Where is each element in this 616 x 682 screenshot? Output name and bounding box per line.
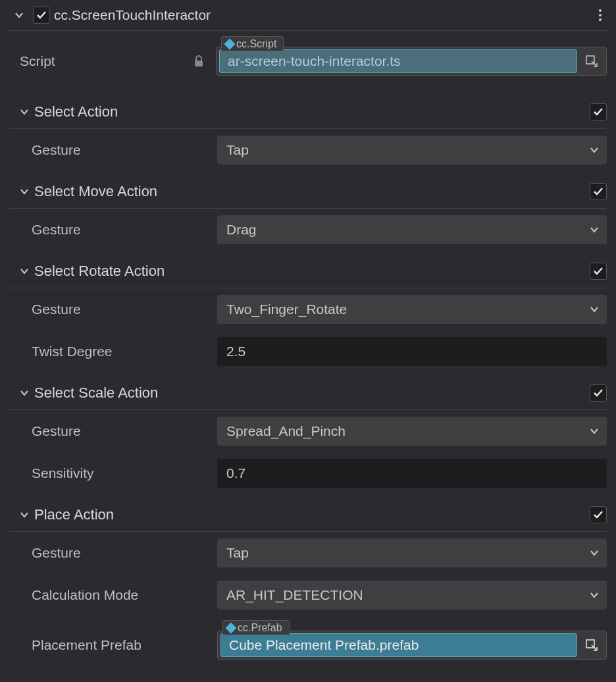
section-title: Select Move Action [34, 183, 590, 200]
dropdown-value: Drag [226, 222, 257, 238]
svg-point-0 [599, 9, 602, 12]
chevron-down-icon [590, 142, 599, 158]
script-type-tag: cc.Script [221, 36, 284, 51]
picker-icon [585, 639, 598, 652]
gesture-label: Gesture [20, 302, 217, 317]
section-title: Select Rotate Action [34, 263, 590, 280]
section-enabled-checkbox[interactable] [590, 183, 607, 200]
section-enabled-checkbox[interactable] [590, 506, 607, 523]
chevron-down-icon [590, 423, 599, 439]
prefab-asset-value: Cube Placement Prefab.prefab [220, 633, 577, 657]
section-select-scale-action-header[interactable]: Select Scale Action [0, 373, 616, 407]
section-title: Select Action [34, 103, 590, 120]
section-enabled-checkbox[interactable] [590, 263, 607, 280]
select-action-gesture-row: Gesture Tap [0, 129, 616, 171]
diamond-icon [226, 622, 237, 633]
place-action-gesture-dropdown[interactable]: Tap [217, 538, 607, 567]
select-rotate-action-gesture-dropdown[interactable]: Two_Finger_Rotate [217, 295, 607, 324]
dropdown-value: Tap [226, 142, 249, 158]
section-title: Place Action [34, 506, 590, 523]
twist-degree-row: Twist Degree 2.5 [0, 330, 616, 373]
script-field-wrapper: cc.Script ar-screen-touch-interactor.ts [216, 47, 607, 76]
check-icon [593, 107, 603, 117]
script-type-label: cc.Script [236, 38, 276, 50]
gesture-label: Gesture [20, 545, 217, 561]
gesture-label: Gesture [20, 423, 217, 439]
component-menu-button[interactable] [592, 7, 608, 23]
component-title: cc.ScreenTouchInteractor [54, 7, 592, 23]
dropdown-value: Tap [226, 545, 249, 561]
component-header: cc.ScreenTouchInteractor [0, 0, 616, 30]
script-asset-value: ar-screen-touch-interactor.ts [219, 49, 577, 73]
placement-prefab-field-wrapper: cc.Prefab Cube Placement Prefab.prefab [217, 631, 607, 660]
collapse-toggle[interactable] [12, 11, 26, 20]
lock-icon [191, 55, 207, 67]
placement-prefab-asset-field[interactable]: Cube Placement Prefab.prefab [217, 631, 607, 660]
dropdown-value: Two_Finger_Rotate [226, 302, 347, 317]
section-enabled-checkbox[interactable] [590, 384, 607, 402]
svg-rect-3 [195, 61, 203, 66]
component-enabled-checkbox[interactable] [33, 7, 50, 24]
check-icon [593, 388, 603, 398]
placement-prefab-row: Placement Prefab cc.Prefab Cube Placemen… [0, 616, 616, 666]
component-panel: cc.ScreenTouchInteractor Script cc.Scrip… [0, 0, 616, 666]
sensitivity-row: Sensitivity 0.7 [0, 452, 616, 494]
twist-degree-input[interactable]: 2.5 [217, 337, 607, 366]
section-select-rotate-action-header[interactable]: Select Rotate Action [0, 251, 616, 285]
check-icon [593, 266, 603, 276]
check-icon [593, 186, 603, 197]
prefab-type-label: cc.Prefab [238, 622, 282, 634]
calculation-mode-dropdown[interactable]: AR_HIT_DETECTION [217, 581, 607, 610]
section-title: Select Scale Action [34, 384, 590, 402]
sensitivity-label: Sensitivity [20, 465, 217, 481]
select-move-action-gesture-dropdown[interactable]: Drag [217, 215, 607, 244]
chevron-down-icon [20, 267, 29, 276]
check-icon [36, 10, 47, 20]
calculation-mode-row: Calculation Mode AR_HIT_DETECTION [0, 574, 616, 616]
chevron-down-icon [20, 187, 29, 196]
script-pick-button[interactable] [580, 49, 603, 73]
place-action-gesture-row: Gesture Tap [0, 532, 616, 574]
prefab-pick-button[interactable] [580, 633, 603, 657]
section-select-move-action-header[interactable]: Select Move Action [0, 171, 616, 205]
chevron-down-icon [14, 11, 24, 20]
chevron-down-icon [20, 107, 29, 117]
placement-prefab-label: Placement Prefab [20, 637, 217, 653]
section-place-action-header[interactable]: Place Action [0, 494, 616, 529]
chevron-down-icon [20, 510, 29, 519]
gesture-label: Gesture [20, 222, 217, 238]
kebab-icon [598, 9, 602, 22]
picker-icon [585, 55, 598, 68]
prefab-type-tag: cc.Prefab [222, 620, 290, 635]
script-row: Script cc.Script ar-screen-touch-interac… [0, 31, 616, 92]
chevron-down-icon [20, 388, 29, 398]
select-rotate-action-gesture-row: Gesture Two_Finger_Rotate [0, 288, 616, 330]
section-select-action-header[interactable]: Select Action [0, 92, 616, 126]
check-icon [593, 510, 603, 520]
svg-point-2 [599, 18, 602, 21]
chevron-down-icon [590, 587, 599, 603]
section-enabled-checkbox[interactable] [590, 103, 607, 120]
chevron-down-icon [590, 302, 599, 317]
input-value: 2.5 [226, 344, 245, 359]
gesture-label: Gesture [20, 142, 217, 158]
calculation-mode-label: Calculation Mode [20, 587, 217, 603]
svg-point-1 [599, 14, 602, 16]
dropdown-value: AR_HIT_DETECTION [226, 587, 363, 603]
select-scale-action-gesture-row: Gesture Spread_And_Pinch [0, 410, 616, 452]
script-label: Script [20, 53, 191, 69]
dropdown-value: Spread_And_Pinch [226, 423, 346, 439]
input-value: 0.7 [226, 465, 245, 481]
select-scale-action-gesture-dropdown[interactable]: Spread_And_Pinch [217, 417, 607, 446]
diamond-icon [224, 38, 236, 49]
twist-degree-label: Twist Degree [20, 344, 217, 359]
chevron-down-icon [590, 222, 599, 238]
select-move-action-gesture-row: Gesture Drag [0, 209, 616, 251]
chevron-down-icon [590, 545, 599, 561]
sensitivity-input[interactable]: 0.7 [217, 459, 607, 488]
script-asset-field[interactable]: ar-screen-touch-interactor.ts [216, 47, 607, 76]
select-action-gesture-dropdown[interactable]: Tap [217, 136, 607, 165]
